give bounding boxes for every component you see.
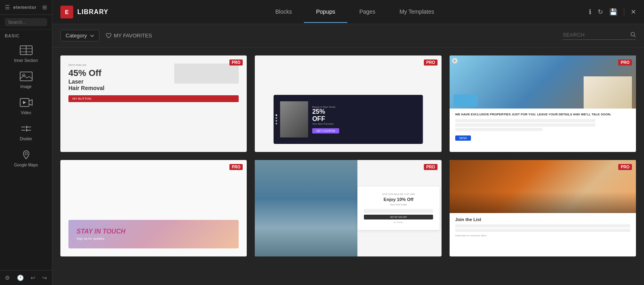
- svg-point-14: [25, 152, 27, 155]
- sync-icon[interactable]: ↻: [598, 8, 603, 16]
- card-preview: Beauty & Style Studio 25% OFF Your Next …: [255, 55, 441, 152]
- card-preview: Join the List Subscribe for exclusive of…: [450, 160, 636, 256]
- menu-icon[interactable]: ☰: [5, 4, 10, 10]
- elementor-logo: elementor: [13, 5, 37, 10]
- template-card[interactable]: PRO Beauty & Style Studio 25%: [255, 55, 441, 152]
- undo-icon[interactable]: ↩: [31, 275, 35, 281]
- topbar-logo: E LIBRARY: [60, 6, 109, 18]
- card-preview: Don't miss out 45% Off LaserHair Removal…: [60, 55, 247, 152]
- topbar-actions: ℹ ↻ 💾 ✕: [589, 8, 636, 16]
- video-label: Video: [21, 111, 31, 115]
- tab-blocks[interactable]: Blocks: [263, 1, 304, 23]
- search-right: [563, 32, 636, 40]
- pro-badge: PRO: [229, 59, 243, 66]
- pro-badge: PRO: [424, 164, 438, 170]
- history-icon[interactable]: 🕐: [17, 275, 24, 281]
- template-card[interactable]: PRO Join the List Subscribe for exclusiv…: [450, 160, 636, 256]
- info-icon[interactable]: ℹ: [589, 8, 591, 16]
- category-dropdown[interactable]: Category: [60, 30, 99, 41]
- sidebar: ☰ elementor ⊞ BASIC Inner Section: [0, 0, 52, 285]
- save-icon[interactable]: 💾: [609, 8, 617, 16]
- svg-rect-4: [20, 72, 32, 81]
- logo-icon: E: [60, 6, 73, 18]
- topbar: E LIBRARY Blocks Popups Pages My Templat…: [52, 0, 644, 24]
- section-label: BASIC: [0, 30, 52, 41]
- redo-icon[interactable]: ↪: [42, 275, 47, 281]
- svg-point-15: [631, 33, 635, 36]
- category-label: Category: [66, 33, 87, 39]
- pro-badge: PRO: [229, 164, 243, 170]
- template-grid: PRO Don't miss out 45% Off LaserHair Rem…: [52, 47, 644, 285]
- main-area: E LIBRARY Blocks Popups Pages My Templat…: [52, 0, 644, 285]
- favorites-button[interactable]: MY FAVORITES: [106, 33, 152, 39]
- google-maps-label: Google Maps: [14, 163, 38, 167]
- card-preview: JOIN OUR MAILING LIST AND Enjoy 10% Off …: [255, 160, 441, 256]
- search-input[interactable]: [5, 18, 47, 26]
- sidebar-item-google-maps[interactable]: Google Maps: [0, 145, 52, 171]
- nav-tabs: Blocks Popups Pages My Templates: [121, 1, 589, 23]
- divider-label: Divider: [20, 137, 32, 141]
- sidebar-item-inner-section[interactable]: Inner Section: [0, 41, 52, 67]
- sidebar-bottom: ⚙ 🕐 ↩ ↪: [0, 270, 52, 285]
- filters-bar: Category MY FAVORITES: [52, 24, 644, 47]
- settings-icon[interactable]: ⚙: [5, 275, 10, 281]
- pro-badge: PRO: [424, 59, 438, 66]
- video-icon: [19, 97, 33, 108]
- search-icon[interactable]: [630, 32, 636, 37]
- template-card[interactable]: PRO Don't miss out 45% Off LaserHair Rem…: [60, 55, 247, 152]
- card-preview: ✕ WE HAVE EXCLUSIVE PROPERTIES JUST FOR …: [450, 55, 636, 152]
- sidebar-item-image[interactable]: Image: [0, 67, 52, 93]
- template-card[interactable]: PRO STAY IN TOUCH Sign up for updates: [60, 160, 247, 256]
- sidebar-item-video[interactable]: Video: [0, 93, 52, 119]
- close-icon[interactable]: ✕: [631, 8, 636, 16]
- template-card[interactable]: PRO JOIN OUR MAILING LIST AND Enjoy 10% …: [255, 160, 441, 256]
- tab-popups[interactable]: Popups: [304, 1, 347, 23]
- google-maps-icon: [19, 149, 33, 160]
- sidebar-header-left: ☰ elementor: [5, 4, 37, 10]
- inner-section-icon: [19, 45, 33, 56]
- svg-line-16: [634, 36, 636, 37]
- chevron-down-icon: [90, 35, 94, 37]
- svg-marker-11: [26, 129, 28, 132]
- inner-section-label: Inner Section: [14, 58, 38, 63]
- card-preview: STAY IN TOUCH Sign up for updates: [60, 160, 247, 256]
- divider-icon: [19, 123, 33, 134]
- svg-marker-9: [26, 125, 28, 129]
- search-box: [0, 15, 52, 30]
- grid-icon[interactable]: ⊞: [42, 4, 47, 10]
- image-label: Image: [21, 84, 32, 89]
- pro-badge: PRO: [618, 59, 632, 66]
- favorites-label: MY FAVORITES: [114, 33, 152, 39]
- topbar-divider: [624, 8, 624, 16]
- heart-icon: [106, 33, 111, 38]
- tab-my-templates[interactable]: My Templates: [387, 1, 446, 23]
- image-icon: [19, 71, 33, 82]
- sidebar-header: ☰ elementor ⊞: [0, 0, 52, 15]
- sidebar-item-divider[interactable]: Divider: [0, 119, 52, 145]
- svg-marker-7: [23, 101, 26, 104]
- library-title: LIBRARY: [77, 8, 109, 16]
- template-card[interactable]: PRO ✕ WE HAVE EXCLUSIVE PROPERTIES JUST …: [450, 55, 636, 152]
- tab-pages[interactable]: Pages: [347, 1, 388, 23]
- template-search-input[interactable]: [563, 32, 627, 38]
- pro-badge: PRO: [618, 164, 632, 170]
